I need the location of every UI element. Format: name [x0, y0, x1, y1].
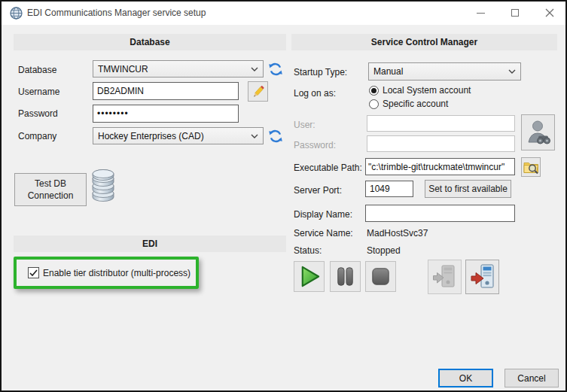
uninstall-service-icon: [468, 263, 497, 291]
dialog-window: EDI Communications Manager service setup…: [0, 0, 567, 392]
radio-local-system[interactable]: Local System account: [369, 85, 471, 96]
display-name-label: Display Name:: [294, 209, 352, 220]
refresh-icon: [267, 61, 284, 77]
database-label: Database: [18, 65, 56, 75]
pause-icon: [333, 264, 358, 289]
checkmark-icon: [29, 269, 38, 277]
company-refresh-button[interactable]: [267, 128, 284, 144]
company-select-value: Hockey Enterprises (CAD): [98, 131, 204, 141]
test-db-connection-button[interactable]: Test DB Connection: [14, 173, 87, 206]
enable-tier-checkbox[interactable]: [28, 267, 39, 278]
edit-username-button[interactable]: [248, 81, 268, 102]
minimize-button[interactable]: [463, 2, 498, 24]
enable-tier-highlight: Enable tier distributor (multi-process): [14, 257, 199, 289]
startup-type-select[interactable]: Manual: [368, 62, 521, 81]
database-refresh-button[interactable]: [267, 61, 284, 77]
startup-type-label: Startup Type:: [294, 67, 347, 77]
user-lookup-button[interactable]: [521, 114, 555, 150]
radio-local-system-label: Local System account: [383, 85, 471, 96]
username-input[interactable]: [93, 82, 239, 100]
pencil-icon: [251, 84, 266, 99]
username-label: Username: [18, 87, 59, 97]
install-service-button[interactable]: [428, 260, 462, 294]
ok-button[interactable]: OK: [438, 369, 493, 387]
install-service-icon: [431, 263, 459, 291]
database-cylinder-icon: [89, 167, 119, 206]
radio-specific-account-label: Specific account: [383, 99, 448, 109]
user-input[interactable]: [367, 115, 515, 132]
radio-button-icon: [369, 86, 379, 96]
database-select-value: TMWINCUR: [98, 64, 148, 74]
database-group-header: Database: [14, 34, 286, 50]
minimize-icon: [477, 13, 485, 14]
user-label: User:: [294, 120, 316, 130]
status-label: Status:: [294, 245, 322, 256]
chevron-down-icon: [508, 69, 516, 74]
executable-path-label: Executable Path:: [294, 163, 362, 173]
enable-tier-label: Enable tier distributor (multi-process): [43, 268, 191, 278]
chevron-down-icon: [251, 67, 258, 71]
cancel-button[interactable]: Cancel: [505, 369, 559, 387]
user-search-icon: [526, 119, 551, 146]
scm-group-header: Service Control Manager: [291, 34, 557, 50]
radio-specific-account[interactable]: Specific account: [369, 99, 448, 109]
maximize-button[interactable]: [498, 2, 532, 24]
edi-group-header: EDI: [14, 236, 286, 252]
play-icon: [297, 264, 322, 289]
logon-as-label: Log on as:: [294, 88, 336, 99]
chevron-down-icon: [251, 134, 258, 138]
company-label: Company: [18, 131, 56, 141]
uninstall-service-button[interactable]: [465, 260, 499, 294]
service-name-label: Service Name:: [294, 228, 353, 239]
browse-executable-button[interactable]: [521, 157, 541, 177]
company-select[interactable]: Hockey Enterprises (CAD): [93, 127, 264, 144]
server-port-input[interactable]: [365, 181, 413, 197]
radio-button-icon: [369, 99, 379, 109]
password-input[interactable]: [93, 105, 239, 123]
refresh-icon: [267, 128, 284, 144]
pause-service-button[interactable]: [330, 261, 361, 292]
stop-service-button[interactable]: [365, 261, 396, 292]
title-bar: EDI Communications Manager service setup: [2, 2, 565, 25]
set-first-available-button[interactable]: Set to first available: [425, 180, 511, 198]
display-name-input[interactable]: [365, 205, 515, 222]
globe-icon: [10, 7, 23, 20]
service-name-value: MadHostSvc37: [367, 228, 428, 239]
database-select[interactable]: TMWINCUR: [93, 60, 264, 77]
startup-type-value: Manual: [373, 66, 403, 77]
executable-path-input[interactable]: [365, 158, 515, 175]
maximize-icon: [511, 9, 519, 17]
start-service-button[interactable]: [294, 261, 325, 292]
service-password-input[interactable]: [367, 135, 515, 152]
window-title: EDI Communications Manager service setup: [27, 2, 206, 25]
close-button[interactable]: [532, 2, 567, 24]
stop-icon: [368, 264, 393, 289]
status-value: Stopped: [367, 245, 401, 256]
password-label: Password: [18, 108, 58, 119]
server-port-label: Server Port:: [294, 185, 342, 196]
close-icon: [545, 8, 554, 17]
service-password-label: Password:: [294, 140, 336, 150]
folder-search-icon: [523, 160, 539, 175]
